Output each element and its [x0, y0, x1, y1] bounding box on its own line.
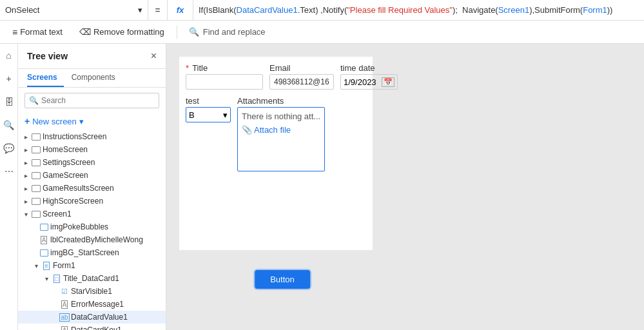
canvas-area[interactable]: * Title Email time date	[166, 44, 644, 330]
find-replace-label: Find and replace	[203, 27, 266, 37]
format-text-label: Format text	[20, 27, 63, 37]
field-time-date: time date 1/9/2023 📅	[340, 63, 398, 90]
tree-item-imgbg-startscreen[interactable]: imgBG_StartScreen	[18, 246, 166, 259]
date-input[interactable]: 1/9/2023 📅	[340, 74, 398, 90]
field-title: * Title	[186, 63, 263, 90]
expand-icon[interactable]: ▸	[21, 198, 31, 205]
screen-icon	[31, 158, 41, 167]
tree-item-datacardkey1[interactable]: A DataCardKey1	[18, 324, 166, 330]
main-layout: ⌂ + 🗄 🔍 💬 ⋯ Tree view × Screens Componen…	[0, 44, 644, 330]
tab-components[interactable]: Components	[72, 69, 122, 87]
search-input[interactable]	[41, 96, 155, 105]
expand-icon[interactable]: ▸	[21, 185, 31, 192]
screen-icon	[31, 184, 41, 193]
form-row-2: test B ▾ Attachments There is nothing at…	[186, 96, 366, 171]
tab-screens[interactable]: Screens	[27, 69, 64, 87]
expand-icon[interactable]: ▸	[21, 159, 31, 166]
expand-icon[interactable]: ▾	[31, 262, 41, 269]
sidebar-close-button[interactable]: ×	[151, 50, 157, 62]
tree-item-form1[interactable]: ▾ ≡ Form1	[18, 259, 166, 272]
tree-item-datacardvalue1[interactable]: ab DataCardValue1	[18, 311, 166, 324]
toolbar-separator	[177, 26, 177, 39]
paperclip-icon: 📎	[242, 125, 252, 135]
img-icon	[39, 222, 49, 231]
img-icon	[39, 248, 49, 257]
tree-item-highscorescreen[interactable]: ▸ HighScoreScreen	[18, 195, 166, 208]
field-time-date-label: time date	[340, 63, 398, 73]
tree-item-screen1[interactable]: ▾ Screen1	[18, 208, 166, 220]
expand-icon[interactable]: ▸	[21, 133, 31, 141]
screen-icon	[31, 197, 41, 206]
tree-item-homescreen[interactable]: ▸ HomeScreen	[18, 143, 166, 156]
find-replace-button[interactable]: 🔍 Find and replace	[182, 24, 272, 39]
attachments-box: There is nothing att... 📎 Attach file	[237, 107, 325, 171]
screen-icon	[31, 145, 41, 154]
expand-icon[interactable]: ▸	[21, 146, 31, 153]
format-text-button[interactable]: ≡ Format text	[5, 24, 70, 41]
formula-selector-chevron: ▾	[138, 5, 142, 15]
rail-more-icon[interactable]: ⋯	[3, 165, 15, 178]
field-email: Email	[269, 63, 334, 90]
calendar-icon: 📅	[382, 77, 395, 87]
search-box: 🔍	[24, 93, 159, 108]
expand-icon[interactable]: ▸	[21, 172, 31, 179]
tree-item-instructionsscreen[interactable]: ▸ InstructionsScreen	[18, 130, 166, 143]
sidebar-title: Tree view	[27, 51, 68, 61]
field-attachments-label: Attachments	[237, 96, 325, 106]
formula-bar: OnSelect ▾ = fx If(IsBlank(DataCardValue…	[0, 0, 644, 21]
chevron-down-icon: ▾	[79, 117, 84, 126]
tree-item-title-datacard1[interactable]: ▾ □ Title_DataCard1	[18, 272, 166, 285]
expand-icon[interactable]: ▾	[21, 211, 31, 218]
title-input[interactable]	[186, 74, 263, 90]
formula-eq: =	[148, 0, 168, 20]
expand-icon[interactable]: ▾	[41, 275, 52, 282]
attach-file-link[interactable]: 📎 Attach file	[242, 125, 320, 135]
field-icon: ☑	[59, 287, 70, 296]
rail-data-icon[interactable]: 🗄	[3, 95, 15, 108]
rail-search-icon[interactable]: 🔍	[3, 119, 15, 131]
tree-item-settingsscreen[interactable]: ▸ SettingsScreen	[18, 156, 166, 169]
field-email-label: Email	[269, 63, 334, 73]
field-icon: A	[59, 300, 70, 309]
tree-item-gameresultsscreen[interactable]: ▸ GameResultsScreen	[18, 182, 166, 195]
chevron-down-icon: ▾	[223, 110, 228, 120]
tree-item-imgpokebubbles[interactable]: imgPokeBubbles	[18, 220, 166, 233]
sidebar: Tree view × Screens Components 🔍 + New s…	[18, 44, 166, 330]
label-icon: A	[39, 235, 49, 244]
rail-home-icon[interactable]: ⌂	[3, 49, 15, 62]
field-icon: ab	[59, 313, 70, 322]
tree-item-lblcreatedbymichellewong[interactable]: A lblCreatedByMichelleWong	[18, 233, 166, 246]
toolbar: ≡ Format text ⌫ Remove formatting 🔍 Find…	[0, 21, 644, 44]
field-test: test B ▾	[186, 96, 231, 122]
field-title-label: * Title	[186, 63, 263, 73]
remove-formatting-button[interactable]: ⌫ Remove formatting	[72, 24, 171, 40]
left-rail: ⌂ + 🗄 🔍 💬 ⋯	[0, 44, 18, 330]
eraser-icon: ⌫	[79, 27, 91, 37]
required-mark: *	[186, 63, 189, 73]
field-test-label: test	[186, 96, 231, 106]
rail-plus-icon[interactable]: +	[3, 72, 15, 85]
sidebar-header: Tree view ×	[18, 44, 166, 69]
format-icon: ≡	[12, 27, 17, 37]
formula-selector[interactable]: OnSelect ▾	[0, 0, 148, 20]
tree-item-starvisible1[interactable]: ☑ StarVisible1	[18, 285, 166, 298]
test-dropdown[interactable]: B ▾	[186, 107, 231, 122]
email-input[interactable]	[269, 74, 334, 90]
canvas-button-wrapper: Button	[255, 270, 310, 289]
search-icon: 🔍	[29, 96, 39, 105]
formula-content[interactable]: If(IsBlank(DataCardValue1.Text) ,Notify(…	[193, 5, 644, 15]
screen-icon	[31, 171, 41, 180]
screen-icon	[31, 132, 41, 141]
new-screen-button[interactable]: + New screen ▾	[18, 113, 166, 129]
tree-item-gamescreen[interactable]: ▸ GameScreen	[18, 169, 166, 182]
screen-icon	[31, 209, 41, 218]
plus-icon: +	[24, 116, 30, 126]
rail-chat-icon[interactable]: 💬	[3, 142, 15, 155]
form-preview: * Title Email time date	[179, 57, 373, 250]
form-row-1: * Title Email time date	[186, 63, 366, 90]
folder-icon: □	[52, 274, 62, 283]
formula-selector-label: OnSelect	[5, 5, 39, 15]
tree-item-errormessage1[interactable]: A ErrorMessage1	[18, 298, 166, 311]
form-icon: ≡	[41, 261, 52, 270]
canvas-button[interactable]: Button	[255, 270, 310, 289]
